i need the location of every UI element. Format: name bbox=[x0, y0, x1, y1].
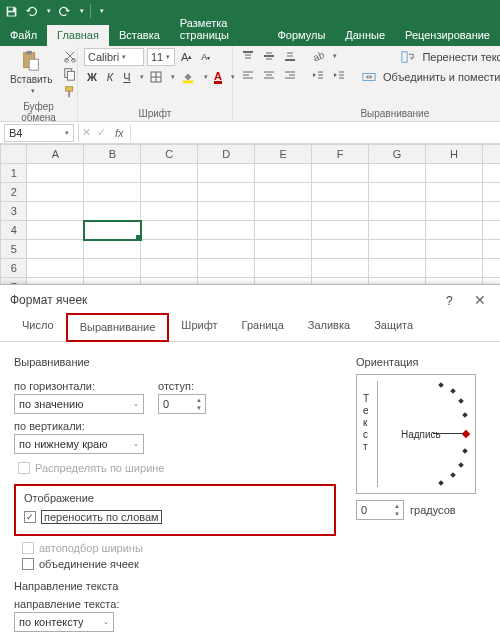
dialog-close-button[interactable]: ✕ bbox=[470, 292, 490, 297]
undo-icon[interactable] bbox=[24, 4, 38, 18]
col-header[interactable]: B bbox=[84, 145, 141, 164]
align-center-button[interactable] bbox=[260, 67, 278, 83]
orientation-caret-icon[interactable]: ▾ bbox=[333, 52, 337, 60]
tab-formulas[interactable]: Формулы bbox=[267, 25, 335, 46]
tab-file[interactable]: Файл bbox=[0, 25, 47, 46]
align-middle-button[interactable] bbox=[260, 48, 278, 64]
underline-button[interactable]: Ч bbox=[120, 69, 134, 85]
borders-button[interactable] bbox=[147, 69, 165, 85]
align-top-button[interactable] bbox=[239, 48, 257, 64]
borders-icon bbox=[150, 71, 162, 83]
font-size-select[interactable]: 11▾ bbox=[147, 48, 175, 66]
format-cells-dialog: Формат ячеек ? ✕ Число Выравнивание Шриф… bbox=[0, 284, 500, 297]
undo-caret-icon[interactable]: ▾ bbox=[47, 7, 51, 15]
align-middle-icon bbox=[263, 50, 275, 62]
selected-cell[interactable] bbox=[84, 221, 141, 240]
bold-button[interactable]: Ж bbox=[84, 69, 100, 85]
name-box-caret-icon: ▾ bbox=[65, 129, 69, 137]
col-header[interactable]: A bbox=[27, 145, 84, 164]
italic-button[interactable]: К bbox=[103, 69, 117, 85]
row-header[interactable]: 3 bbox=[1, 202, 27, 221]
tab-page-layout[interactable]: Разметка страницы bbox=[170, 13, 268, 46]
decrease-indent-button[interactable] bbox=[309, 67, 327, 83]
shrink-font-button[interactable]: A▾ bbox=[198, 49, 213, 65]
paste-button[interactable]: Вставить ▾ bbox=[6, 48, 56, 97]
dialog-title: Формат ячеек bbox=[10, 293, 87, 297]
decrease-indent-icon bbox=[312, 69, 324, 81]
chevron-down-icon: ▾ bbox=[166, 53, 170, 61]
spreadsheet-grid[interactable]: A B C D E F G H I 1 2 3 4 5 6 7 bbox=[0, 144, 500, 297]
font-color-icon: A bbox=[214, 71, 222, 84]
merge-center-icon bbox=[362, 70, 376, 84]
orientation-button[interactable]: ab bbox=[309, 48, 327, 64]
svg-text:ab: ab bbox=[312, 50, 324, 62]
tab-review[interactable]: Рецензирование bbox=[395, 25, 500, 46]
col-header[interactable]: D bbox=[198, 145, 255, 164]
align-bottom-icon bbox=[284, 50, 296, 62]
fx-icon[interactable]: fx bbox=[109, 127, 130, 139]
col-header[interactable]: G bbox=[369, 145, 426, 164]
borders-caret-icon[interactable]: ▾ bbox=[171, 73, 175, 81]
col-header[interactable]: F bbox=[312, 145, 369, 164]
chevron-down-icon: ▾ bbox=[122, 53, 126, 61]
col-header[interactable]: H bbox=[426, 145, 483, 164]
font-caption: Шрифт bbox=[84, 107, 226, 121]
fill-color-button[interactable] bbox=[178, 69, 198, 85]
underline-caret-icon[interactable]: ▾ bbox=[140, 73, 144, 81]
name-box[interactable]: B4 ▾ bbox=[4, 124, 74, 142]
svg-rect-4 bbox=[29, 59, 38, 70]
cut-icon bbox=[63, 49, 77, 63]
row-header[interactable]: 4 bbox=[1, 221, 27, 240]
orientation-icon: ab bbox=[312, 50, 324, 62]
wrap-text-label: Перенести текст bbox=[422, 51, 500, 63]
fill-caret-icon[interactable]: ▾ bbox=[204, 73, 208, 81]
qat-customize-icon[interactable]: ▾ bbox=[100, 7, 104, 15]
row-header[interactable]: 2 bbox=[1, 183, 27, 202]
align-right-button[interactable] bbox=[281, 67, 299, 83]
col-header[interactable]: C bbox=[141, 145, 198, 164]
grow-font-button[interactable]: A▴ bbox=[178, 49, 195, 65]
dialog-help-button[interactable]: ? bbox=[446, 294, 453, 297]
increase-indent-button[interactable] bbox=[330, 67, 348, 83]
select-all-corner[interactable] bbox=[1, 145, 27, 164]
align-left-icon bbox=[242, 69, 254, 81]
tab-insert[interactable]: Вставка bbox=[109, 25, 170, 46]
save-icon[interactable] bbox=[4, 4, 18, 18]
redo-icon[interactable] bbox=[57, 4, 71, 18]
ribbon: Вставить ▾ Буфер обмена Calibri▾ bbox=[0, 46, 500, 122]
align-left-button[interactable] bbox=[239, 67, 257, 83]
format-painter-icon bbox=[63, 85, 77, 99]
paste-label: Вставить bbox=[10, 74, 52, 85]
font-name-value: Calibri bbox=[88, 51, 119, 63]
paste-caret-icon: ▾ bbox=[31, 87, 35, 95]
row-header[interactable]: 5 bbox=[1, 240, 27, 259]
formula-bar-row: B4 ▾ ✕ ✓ fx bbox=[0, 122, 500, 144]
ribbon-group-clipboard: Вставить ▾ Буфер обмена bbox=[0, 46, 78, 121]
tab-data[interactable]: Данные bbox=[335, 25, 395, 46]
merge-center-button[interactable]: Объединить и поместить в цент bbox=[358, 68, 500, 86]
svg-rect-14 bbox=[183, 81, 194, 84]
redo-caret-icon[interactable]: ▾ bbox=[80, 7, 84, 15]
formula-input[interactable] bbox=[130, 124, 500, 142]
svg-rect-9 bbox=[66, 87, 73, 91]
row-header[interactable]: 1 bbox=[1, 164, 27, 183]
copy-icon bbox=[63, 67, 77, 81]
svg-rect-3 bbox=[27, 51, 33, 55]
align-bottom-button[interactable] bbox=[281, 48, 299, 64]
enter-formula-button[interactable]: ✓ bbox=[94, 125, 109, 141]
col-header[interactable]: I bbox=[482, 145, 500, 164]
font-color-button[interactable]: A bbox=[211, 69, 225, 85]
clipboard-caption: Буфер обмена bbox=[6, 100, 71, 125]
paste-icon bbox=[19, 50, 43, 72]
ribbon-group-font: Calibri▾ 11▾ A▴ A▾ Ж К Ч ▾ ▾ bbox=[78, 46, 233, 121]
svg-rect-40 bbox=[402, 52, 407, 63]
font-name-select[interactable]: Calibri▾ bbox=[84, 48, 144, 66]
svg-rect-0 bbox=[8, 7, 13, 10]
row-header[interactable]: 6 bbox=[1, 259, 27, 278]
wrap-text-icon bbox=[401, 50, 415, 64]
tab-home[interactable]: Главная bbox=[47, 25, 109, 46]
cancel-formula-button[interactable]: ✕ bbox=[79, 125, 94, 141]
svg-rect-10 bbox=[69, 91, 71, 97]
col-header[interactable]: E bbox=[255, 145, 312, 164]
wrap-text-button[interactable]: Перенести текст bbox=[358, 48, 500, 66]
